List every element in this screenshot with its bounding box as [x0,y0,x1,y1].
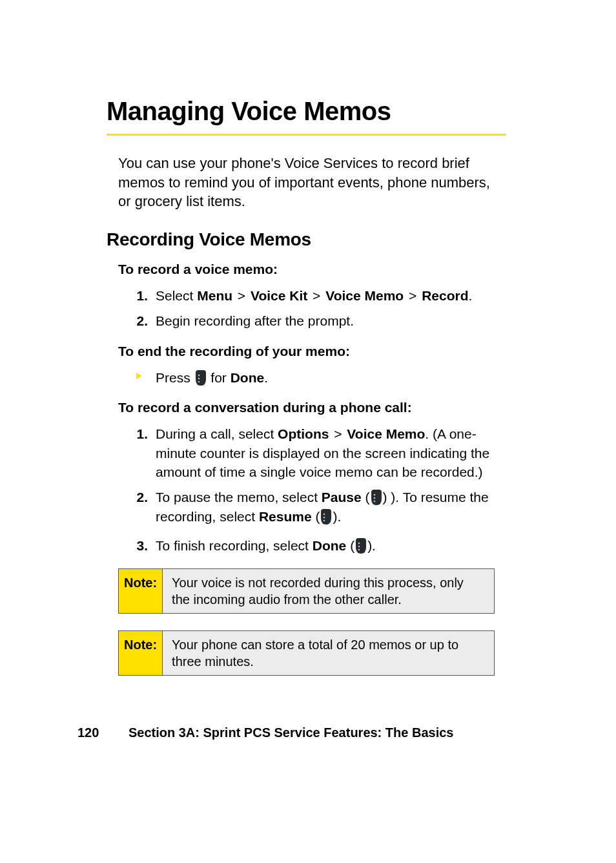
svg-point-9 [358,543,360,545]
menu-label: Menu [197,288,232,303]
bullet-arrow-icon [136,373,142,379]
step-text: To pause the memo, select Pause () ). To… [156,490,489,523]
svg-point-5 [373,501,375,503]
softkey-icon [320,509,333,525]
step-number: 3. [130,536,148,555]
record-label: Record [422,288,468,303]
svg-point-1 [198,378,200,380]
lead-record-memo: To record a voice memo: [118,262,506,277]
note-text: Your voice is not recorded during this p… [163,569,491,613]
done-label: Done [231,370,265,385]
svg-point-2 [198,381,200,383]
title-rule [107,134,506,136]
step-text: Select Menu > Voice Kit > Voice Memo > R… [156,288,472,303]
document-page: Managing Voice Memos You can use your ph… [0,0,616,863]
lead-record-call: To record a conversation during a phone … [118,400,506,415]
step-2: 2. Begin recording after the prompt. [130,311,504,330]
resume-label: Resume [259,509,312,524]
step-number: 2. [130,488,148,506]
intro-paragraph: You can use your phone's Voice Services … [118,154,493,211]
page-footer: 120 Section 3A: Sprint PCS Service Featu… [77,725,453,740]
note-box-1: Note: Your voice is not recorded during … [118,568,495,614]
step-text: Begin recording after the prompt. [156,313,354,328]
call-step-3: 3. To finish recording, select Done (). [130,536,504,555]
options-label: Options [278,426,329,441]
softkey-icon [194,370,207,386]
svg-point-0 [198,375,200,377]
voice-kit-label: Voice Kit [251,288,307,303]
step-text: During a call, select Options > Voice Me… [156,426,489,479]
voice-memo-label: Voice Memo [347,426,425,441]
press-done-line: Press for Done. [130,368,506,387]
svg-point-11 [358,549,360,551]
svg-point-3 [373,494,375,496]
page-title: Managing Voice Memos [107,97,506,126]
step-number: 2. [130,311,148,330]
page-number: 120 [77,725,99,740]
softkey-icon [370,490,383,505]
note-label: Note: [119,569,163,613]
step-number: 1. [130,286,148,305]
svg-point-4 [373,497,375,499]
svg-point-8 [323,519,325,521]
section-reference: Section 3A: Sprint PCS Service Features:… [128,725,454,740]
svg-point-7 [323,516,325,518]
softkey-icon [354,538,367,554]
steps-call: 1. During a call, select Options > Voice… [130,424,506,555]
step-text: To finish recording, select Done (). [156,538,376,553]
svg-point-10 [358,546,360,548]
note-text: Your phone can store a total of 20 memos… [163,631,491,675]
step-number: 1. [130,424,148,443]
done-label: Done [313,538,347,553]
step-1: 1. Select Menu > Voice Kit > Voice Memo … [130,286,504,305]
svg-point-6 [323,513,325,515]
voice-memo-label: Voice Memo [325,288,404,303]
lead-end-recording: To end the recording of your memo: [118,344,506,359]
pause-label: Pause [322,490,362,504]
steps-record: 1. Select Menu > Voice Kit > Voice Memo … [130,286,506,331]
note-label: Note: [119,631,163,675]
section-heading: Recording Voice Memos [107,229,506,250]
call-step-2: 2. To pause the memo, select Pause () ).… [130,488,504,526]
note-box-2: Note: Your phone can store a total of 20… [118,630,495,676]
call-step-1: 1. During a call, select Options > Voice… [130,424,504,481]
